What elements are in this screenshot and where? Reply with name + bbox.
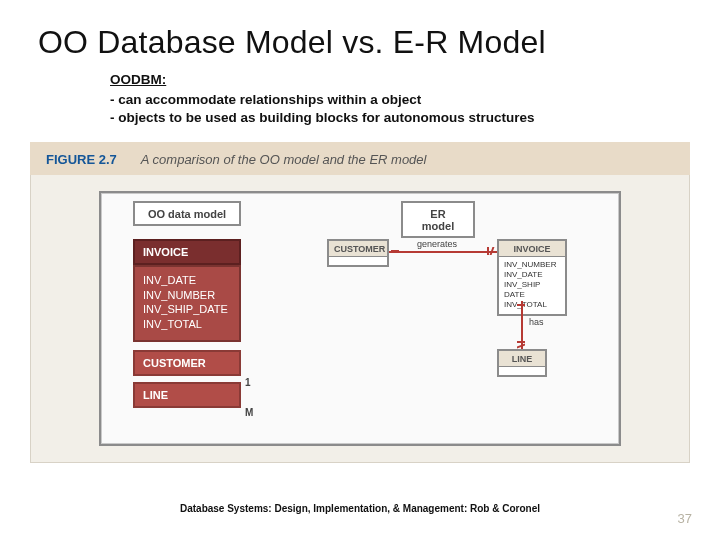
oo-child-customer: CUSTOMER	[133, 350, 241, 376]
er-entity-line: LINE	[497, 349, 547, 377]
diagram-area: OO data model ER model INVOICE INV_DATE …	[30, 175, 690, 463]
diagram-frame: OO data model ER model INVOICE INV_DATE …	[99, 191, 621, 446]
intro-subtitle: OODBM:	[110, 71, 720, 89]
rel-label-has: has	[529, 317, 544, 327]
column-head-er: ER model	[401, 201, 475, 238]
oo-attr: INV_NUMBER	[143, 288, 231, 303]
figure-caption: A comparison of the OO model and the ER …	[141, 152, 427, 167]
er-entity-body	[329, 257, 387, 265]
crowfoot-icon	[391, 247, 399, 255]
figure-caption-band: FIGURE 2.7 A comparison of the OO model …	[30, 142, 690, 175]
er-entity-body: INV_NUMBER INV_DATE INV_SHIP DATE INV_TO…	[499, 257, 565, 314]
er-attr: INV_DATE	[504, 270, 560, 280]
er-entity-name: LINE	[499, 351, 545, 367]
er-entity-name: INVOICE	[499, 241, 565, 257]
oo-stack: INVOICE INV_DATE INV_NUMBER INV_SHIP_DAT…	[133, 239, 241, 408]
er-entity-body	[499, 367, 545, 375]
oo-child-line: LINE	[133, 382, 241, 408]
oo-cardinality-1: 1	[245, 377, 251, 388]
figure-number: FIGURE 2.7	[46, 152, 117, 167]
crowfoot-icon	[517, 301, 525, 309]
rel-line-generates	[389, 251, 497, 253]
er-entity-name: CUSTOMER	[329, 241, 387, 257]
er-attr: INV_SHIP DATE	[504, 280, 560, 300]
intro-bullet-2: - objects to be used as building blocks …	[110, 109, 720, 127]
crowfoot-icon	[517, 341, 525, 349]
column-head-oo: OO data model	[133, 201, 241, 226]
page-number: 37	[678, 511, 692, 526]
oo-root-invoice: INVOICE	[133, 239, 241, 265]
oo-attr-list: INV_DATE INV_NUMBER INV_SHIP_DATE INV_TO…	[133, 265, 241, 342]
crowfoot-icon	[487, 247, 495, 255]
rel-label-generates: generates	[417, 239, 457, 249]
er-entity-customer: CUSTOMER	[327, 239, 389, 267]
intro-bullet-1: - can accommodate relationships within a…	[110, 91, 720, 109]
oo-attr: INV_TOTAL	[143, 317, 231, 332]
oo-attr: INV_SHIP_DATE	[143, 302, 231, 317]
oo-cardinality-m: M	[245, 407, 253, 418]
er-attr: INV_TOTAL	[504, 300, 560, 310]
page-title: OO Database Model vs. E-R Model	[0, 0, 720, 71]
source-credit: Database Systems: Design, Implementation…	[0, 503, 720, 514]
oo-attr: INV_DATE	[143, 273, 231, 288]
er-entity-invoice: INVOICE INV_NUMBER INV_DATE INV_SHIP DAT…	[497, 239, 567, 316]
er-attr: INV_NUMBER	[504, 260, 560, 270]
